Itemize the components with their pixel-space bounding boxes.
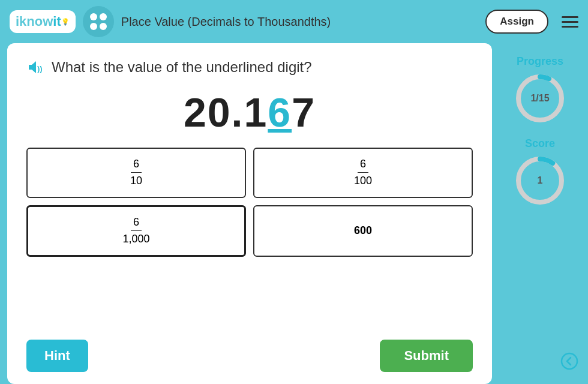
- question-row: )) What is the value of the underlined d…: [26, 58, 473, 77]
- score-value: 1: [538, 175, 543, 186]
- main-content: )) What is the value of the underlined d…: [0, 43, 588, 384]
- svg-point-2: [90, 23, 97, 30]
- score-label: Score: [525, 137, 555, 150]
- progress-label: Progress: [517, 55, 563, 68]
- choice-2[interactable]: 6 100: [253, 148, 473, 198]
- fraction-3: 6 1,000: [122, 215, 149, 247]
- svg-point-3: [100, 23, 107, 30]
- logo-text: iknowit: [16, 14, 61, 29]
- choices-grid: 6 10 6 100 6 1,000 600: [26, 148, 473, 257]
- activity-title: Place Value (Decimals to Thousandths): [121, 15, 479, 29]
- progress-value: 1/15: [530, 93, 549, 104]
- menu-button[interactable]: [562, 16, 578, 28]
- left-panel: )) What is the value of the underlined d…: [7, 43, 492, 384]
- submit-button[interactable]: Submit: [380, 340, 473, 372]
- svg-point-1: [100, 13, 107, 20]
- svg-point-0: [90, 13, 97, 20]
- svg-text:)): )): [37, 64, 43, 73]
- bottom-row: Hint Submit: [26, 340, 473, 372]
- fraction-1: 6 10: [130, 157, 142, 188]
- assign-button[interactable]: Assign: [485, 10, 548, 34]
- logo: iknowit 💡: [10, 10, 76, 33]
- choice-3[interactable]: 6 1,000: [26, 205, 246, 257]
- activity-icon: [83, 6, 114, 37]
- logo-bulb: 💡: [61, 18, 70, 26]
- score-card: Score 1: [513, 137, 567, 208]
- question-text: What is the value of the underlined digi…: [52, 59, 312, 76]
- right-panel: Progress 1/15 Score 1: [492, 43, 588, 384]
- header: iknowit 💡 Place Value (Decimals to Thous…: [0, 0, 588, 43]
- hint-button[interactable]: Hint: [26, 340, 88, 372]
- progress-card: Progress 1/15: [513, 55, 567, 125]
- svg-marker-4: [29, 61, 36, 73]
- choice-4-value: 600: [354, 224, 372, 237]
- back-button[interactable]: [560, 352, 578, 374]
- score-circle: 1: [513, 154, 567, 208]
- choice-4[interactable]: 600: [253, 205, 473, 257]
- dots-icon: [88, 11, 109, 32]
- svg-point-10: [562, 353, 577, 369]
- number-display: 20.167: [26, 89, 473, 136]
- choice-1[interactable]: 6 10: [26, 148, 246, 198]
- progress-circle: 1/15: [513, 71, 567, 125]
- underlined-digit: 6: [268, 89, 292, 135]
- speaker-icon[interactable]: )): [26, 58, 46, 77]
- fraction-2: 6 100: [354, 157, 372, 188]
